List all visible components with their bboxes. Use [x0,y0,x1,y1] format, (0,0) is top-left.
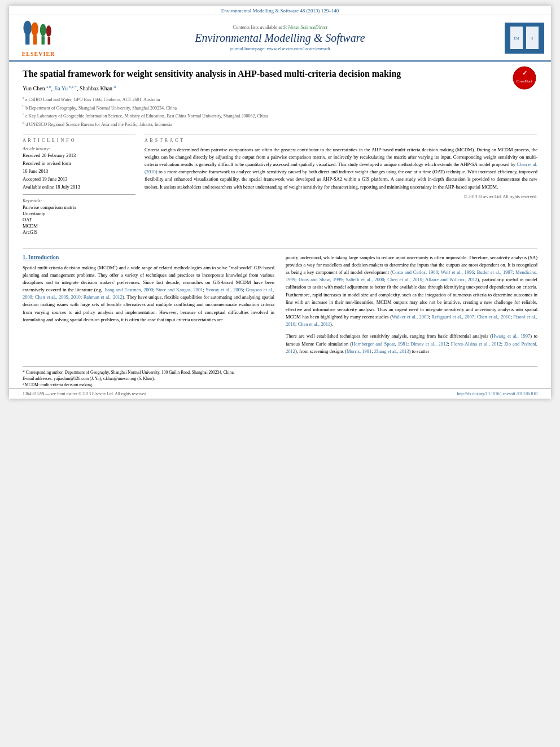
elsevier-label: ELSEVIER [22,51,55,57]
hornberger-ref[interactable]: Hornberger and Spear, 1981 [352,341,408,347]
author-yun-chen: Yun Chen a,b [23,85,51,91]
footnote-section: * Corresponding author. Department of Ge… [23,366,537,388]
rahman-ref[interactable]: Rahman et al., 2012 [84,294,123,300]
hwang-ref[interactable]: Hwang et al., 1997 [492,333,530,339]
chen-2009-ref[interactable]: Chen et al., 2009, 2010 [35,294,81,300]
journal-reference-bar: Environmental Modelling & Software 48 (2… [9,6,551,15]
section-divider [23,248,537,248]
footnote-left: * Corresponding author. Department of Ge… [23,369,274,388]
author-shahbaz-khan: Shahbaz Khan d [80,85,116,91]
keyword-1: Pairwise comparison matrix [23,204,135,210]
journal-right-logo: EM S [505,23,544,54]
abstract-panel: A B S T R A C T Criteria weights determi… [145,134,537,235]
revised-label: Received in revised form [23,160,135,166]
chen-2010b-ref[interactable]: Chen et al., 2010 [387,277,422,282]
mcdm-footnote: ¹ MCDM: multi-criteria decision making. [23,382,274,388]
chen-2010-ref[interactable]: Chen et al. (2010) [145,161,537,174]
keyword-2: Uncertainty [23,211,135,216]
page: Environmental Modelling & Software 48 (2… [9,6,551,399]
journal-right-logo-block: EM S [499,23,544,54]
email-note: E-mail addresses: yujiashnu@126.com (J. … [23,375,274,382]
affiliation-a: a a CSIRO Land and Water, GPO Box 1666, … [23,95,537,103]
main-two-columns: 1. Introduction Spatial multi-criteria d… [23,254,537,355]
costa-carlos-ref[interactable]: Costa and Carlos, 1988 [392,269,438,275]
crossmark-icon: ✓ CrossMark [512,65,537,91]
abstract-title: A B S T R A C T [145,138,537,143]
elsevier-tree-icon [21,19,55,50]
svg-rect-4 [42,36,45,45]
svg-text:S: S [531,37,533,40]
authors-line: Yun Chen a,b, Jia Yu b,c,*, Shahbaz Khan… [23,85,537,91]
affiliation-c: c c Key Laboratory of Geographic Informa… [23,111,537,120]
article-info-title: A R T I C L E I N F O [23,138,135,143]
svg-point-3 [31,22,38,36]
svg-point-7 [46,25,51,37]
right-column: poorly understood, while taking large sa… [286,254,537,355]
copyright-notice: © 2013 Elsevier Ltd. All rights reserved… [145,194,537,199]
footnote-columns: * Corresponding author. Department of Ge… [23,369,537,388]
svg-text:✓: ✓ [522,69,527,76]
doi-link[interactable]: http://dx.doi.org/10.1016/j.envsoft.2013… [457,391,537,396]
issn-text: 1364-8152/$ — see front matter © 2013 El… [23,391,147,396]
affiliations-block: a a CSIRO Land and Water, GPO Box 1666, … [23,95,537,128]
intro-right-text-2: There are well established techniques fo… [286,333,537,355]
dimov-ref[interactable]: Dimov et al., 2012 [410,341,448,347]
refsgaard-ref[interactable]: Refsgaard et al., 2007 [431,314,474,320]
journal-center-block: Contents lists available at SciVerse Sci… [61,24,499,51]
svoray-ref[interactable]: Svoray et al., 2005 [205,287,243,292]
crossmark-block: ✓ CrossMark [512,68,537,91]
chen-2011-ref[interactable]: Chen et al., 2011 [298,321,331,327]
allaire-ref[interactable]: Allaire and Willcox, 2012 [425,277,477,282]
accepted-date: Accepted 19 June 2013 [23,176,135,182]
section-1-title: 1. Introduction [23,254,274,260]
author-jia-yu: Jia Yu b,c,* [54,85,77,91]
intro-left-text: Spatial multi-criteria decision making (… [23,264,274,324]
keyword-5: ArcGIS [23,229,135,235]
article-title: The spatial framework for weight sensiti… [23,68,435,80]
journal-reference-text: Environmental Modelling & Software 48 (2… [221,8,339,14]
available-date: Available online 18 July 2013 [23,184,135,190]
article-info-panel: A R T I C L E I N F O Article history: R… [23,134,135,235]
footnote-right [286,369,537,388]
svg-rect-0 [25,34,29,45]
main-body: 1. Introduction Spatial multi-criteria d… [9,254,551,362]
left-column: 1. Introduction Spatial multi-criteria d… [23,254,274,355]
butler-ref[interactable]: Butler et al., 1997 [477,269,513,275]
abstract-body: Criteria weights determined from pairwis… [145,146,537,191]
svg-rect-6 [48,37,51,45]
article-content: ✓ CrossMark The spatial framework for we… [9,62,551,242]
doos-shaw-ref[interactable]: Doos and Shaw, 1999 [299,277,343,282]
elsevier-logo-block: ELSEVIER [16,19,61,57]
info-abstract-columns: A R T I C L E I N F O Article history: R… [23,134,537,235]
journal-header: ELSEVIER Contents lists available at Sci… [9,15,551,62]
svg-text:CrossMark: CrossMark [517,79,533,83]
morris-ref[interactable]: Morris, 1991 [347,348,371,354]
svg-text:EM: EM [514,37,520,40]
zhang-ref[interactable]: Zhang et al., 2013 [374,348,409,354]
svg-point-1 [23,21,32,36]
revised-date: 16 June 2013 [23,168,135,174]
received-date: Received 28 February 2013 [23,152,135,158]
chen-2010c-ref[interactable]: Chen et al., 2010 [477,314,510,320]
flores-ref[interactable]: Flores-Alsina et al., 2012 [451,341,501,347]
svg-point-5 [40,24,46,36]
keyword-4: MCDM [23,223,135,229]
keywords-label: Keywords: [23,198,135,203]
affiliation-d: d d UNESCO Regional Science Bureau for A… [23,120,537,128]
jiang-eastman-ref[interactable]: Jiang and Eastman, 2000 [104,287,154,292]
page-footer: 1364-8152/$ — see front matter © 2013 El… [9,388,551,399]
walker-ref[interactable]: Walker et al., 2003 [392,314,429,320]
keyword-3: OAT [23,217,135,222]
sciverse-link[interactable]: SciVerse ScienceDirect [283,24,327,30]
sciverse-text: Contents lists available at SciVerse Sci… [61,24,499,30]
svg-rect-2 [33,35,37,44]
intro-right-text: poorly understood, while taking large sa… [286,254,537,329]
corresponding-author-note: * Corresponding author. Department of Ge… [23,369,274,375]
store-kangas-ref[interactable]: Store and Kangas, 2001 [156,287,203,292]
affiliation-b: b b Department of Geography, Shanghai No… [23,103,537,112]
wolf-ref[interactable]: Wolf et al., 1996 [441,269,474,275]
keywords-section: Keywords: Pairwise comparison matrix Unc… [23,194,135,235]
journal-title: Environmental Modelling & Software [61,31,499,45]
saltelli-ref[interactable]: Saltelli et al., 2000 [346,277,384,282]
history-label: Article history: [23,146,135,151]
